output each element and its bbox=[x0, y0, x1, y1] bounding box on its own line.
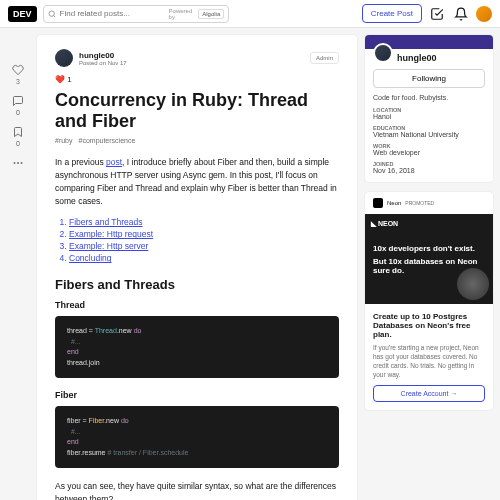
svg-point-3 bbox=[17, 162, 19, 164]
promo-brand: Neon bbox=[387, 200, 401, 206]
post-title: Concurrency in Ruby: Thread and Fiber bbox=[55, 90, 339, 131]
meta-value: Hanoi bbox=[373, 113, 485, 120]
toc-item[interactable]: Concluding bbox=[69, 253, 339, 263]
intro-paragraph: In a previous post, I introduce briefly … bbox=[55, 156, 339, 207]
promo-title: Create up to 10 Postgres Databases on Ne… bbox=[373, 312, 485, 339]
bookmark-reaction[interactable]: 0 bbox=[12, 126, 24, 147]
moderation-icon[interactable] bbox=[428, 5, 446, 23]
notifications-icon[interactable] bbox=[452, 5, 470, 23]
svg-line-1 bbox=[53, 15, 54, 16]
author-name[interactable]: hungle00 bbox=[79, 51, 127, 60]
post-link[interactable]: post bbox=[106, 157, 122, 167]
comment-reaction[interactable]: 0 bbox=[12, 95, 24, 116]
powered-by-label: Powered by bbox=[169, 8, 195, 20]
promoted-badge: PROMOTED bbox=[405, 200, 434, 206]
algolia-badge: Algolia bbox=[198, 9, 224, 19]
meta-value: Web developer bbox=[373, 149, 485, 156]
promo-image[interactable]: ◣ NEON 10x developers don't exist. But 1… bbox=[365, 214, 493, 304]
search-input[interactable] bbox=[60, 9, 165, 18]
profile-avatar[interactable] bbox=[373, 43, 393, 63]
search-icon bbox=[48, 9, 56, 19]
promo-description: If you're starting a new project, Neon h… bbox=[373, 343, 485, 379]
create-account-button[interactable]: Create Account → bbox=[373, 385, 485, 402]
toc-item[interactable]: Example: Http server bbox=[69, 241, 339, 251]
tag[interactable]: #ruby bbox=[55, 137, 73, 144]
profile-name[interactable]: hungle00 bbox=[397, 53, 437, 63]
section-heading: Fibers and Threads bbox=[55, 277, 339, 292]
svg-point-0 bbox=[49, 10, 54, 15]
sub-heading: Fiber bbox=[55, 390, 339, 400]
svg-point-4 bbox=[21, 162, 23, 164]
toc-item[interactable]: Example: Http request bbox=[69, 229, 339, 239]
meta-value: Nov 16, 2018 bbox=[373, 167, 485, 174]
code-block: thread = Thread.new do #... end thread.j… bbox=[55, 316, 339, 378]
profile-bio: Code for food. Rubyists. bbox=[373, 94, 485, 101]
author-avatar[interactable] bbox=[55, 49, 73, 67]
code-block: fiber = Fiber.new do #... end fiber.resu… bbox=[55, 406, 339, 468]
sub-heading: Thread bbox=[55, 300, 339, 310]
search-box[interactable]: Powered by Algolia bbox=[43, 5, 230, 23]
svg-point-2 bbox=[14, 162, 16, 164]
user-avatar[interactable] bbox=[476, 6, 492, 22]
dev-logo[interactable]: DEV bbox=[8, 6, 37, 22]
promo-logo-icon bbox=[373, 198, 383, 208]
meta-value: Vietnam National University bbox=[373, 131, 485, 138]
reactions-bar: 3 0 0 bbox=[6, 34, 30, 500]
tag[interactable]: #computerscience bbox=[79, 137, 136, 144]
admin-badge: Admin bbox=[310, 52, 339, 64]
follow-button[interactable]: Following bbox=[373, 69, 485, 88]
more-reaction[interactable] bbox=[12, 157, 24, 169]
profile-card: hungle00 Following Code for food. Rubyis… bbox=[364, 34, 494, 183]
table-of-contents: Fibers and Threads Example: Http request… bbox=[55, 217, 339, 263]
reaction-summary: ❤️ 1 bbox=[55, 75, 339, 84]
create-post-button[interactable]: Create Post bbox=[362, 4, 422, 23]
paragraph: As you can see, they have quite similar … bbox=[55, 480, 339, 500]
promo-card: NeonPROMOTED ◣ NEON 10x developers don't… bbox=[364, 191, 494, 411]
article: hungle00 Posted on Nov 17 Admin ❤️ 1 Con… bbox=[36, 34, 358, 500]
post-date: Posted on Nov 17 bbox=[79, 60, 127, 66]
elephant-icon bbox=[457, 268, 489, 300]
heart-reaction[interactable]: 3 bbox=[12, 64, 24, 85]
toc-item[interactable]: Fibers and Threads bbox=[69, 217, 339, 227]
